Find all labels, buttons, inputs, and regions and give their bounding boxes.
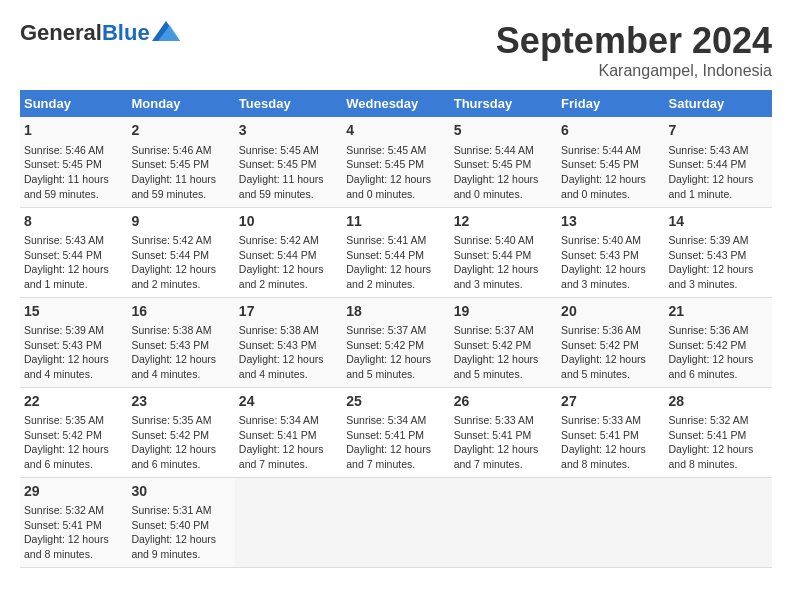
daylight-minutes-text: and 7 minutes. bbox=[346, 457, 445, 472]
daylight-hours-text: Daylight: 12 hours bbox=[131, 262, 230, 277]
day-header-sunday: Sunday bbox=[20, 90, 127, 117]
daylight-minutes-text: and 4 minutes. bbox=[131, 367, 230, 382]
sunset-text: Sunset: 5:41 PM bbox=[239, 428, 338, 443]
day-number: 29 bbox=[24, 482, 123, 502]
day-number: 18 bbox=[346, 302, 445, 322]
week-row-2: 8Sunrise: 5:43 AMSunset: 5:44 PMDaylight… bbox=[20, 207, 772, 297]
calendar-cell: 20Sunrise: 5:36 AMSunset: 5:42 PMDayligh… bbox=[557, 297, 664, 387]
calendar-cell: 18Sunrise: 5:37 AMSunset: 5:42 PMDayligh… bbox=[342, 297, 449, 387]
calendar-cell: 3Sunrise: 5:45 AMSunset: 5:45 PMDaylight… bbox=[235, 117, 342, 207]
daylight-hours-text: Daylight: 11 hours bbox=[239, 172, 338, 187]
daylight-hours-text: Daylight: 12 hours bbox=[346, 442, 445, 457]
sunrise-text: Sunrise: 5:43 AM bbox=[669, 143, 768, 158]
daylight-minutes-text: and 3 minutes. bbox=[561, 277, 660, 292]
calendar-cell: 12Sunrise: 5:40 AMSunset: 5:44 PMDayligh… bbox=[450, 207, 557, 297]
daylight-minutes-text: and 7 minutes. bbox=[239, 457, 338, 472]
calendar-cell bbox=[665, 477, 772, 567]
calendar-cell: 2Sunrise: 5:46 AMSunset: 5:45 PMDaylight… bbox=[127, 117, 234, 207]
daylight-minutes-text: and 6 minutes. bbox=[131, 457, 230, 472]
sunrise-text: Sunrise: 5:34 AM bbox=[346, 413, 445, 428]
daylight-minutes-text: and 4 minutes. bbox=[24, 367, 123, 382]
sunset-text: Sunset: 5:41 PM bbox=[24, 518, 123, 533]
day-number: 2 bbox=[131, 121, 230, 141]
calendar-cell: 17Sunrise: 5:38 AMSunset: 5:43 PMDayligh… bbox=[235, 297, 342, 387]
sunset-text: Sunset: 5:41 PM bbox=[346, 428, 445, 443]
sunrise-text: Sunrise: 5:36 AM bbox=[669, 323, 768, 338]
logo-icon bbox=[152, 21, 180, 41]
day-number: 21 bbox=[669, 302, 768, 322]
day-number: 15 bbox=[24, 302, 123, 322]
daylight-minutes-text: and 3 minutes. bbox=[669, 277, 768, 292]
calendar-cell: 23Sunrise: 5:35 AMSunset: 5:42 PMDayligh… bbox=[127, 387, 234, 477]
daylight-minutes-text: and 0 minutes. bbox=[561, 187, 660, 202]
day-number: 28 bbox=[669, 392, 768, 412]
day-number: 11 bbox=[346, 212, 445, 232]
sunset-text: Sunset: 5:44 PM bbox=[131, 248, 230, 263]
day-number: 8 bbox=[24, 212, 123, 232]
sunset-text: Sunset: 5:43 PM bbox=[131, 338, 230, 353]
page-header: GeneralBlue September 2024 Karangampel, … bbox=[20, 20, 772, 80]
daylight-minutes-text: and 2 minutes. bbox=[346, 277, 445, 292]
sunset-text: Sunset: 5:44 PM bbox=[346, 248, 445, 263]
calendar-cell: 11Sunrise: 5:41 AMSunset: 5:44 PMDayligh… bbox=[342, 207, 449, 297]
sunset-text: Sunset: 5:44 PM bbox=[454, 248, 553, 263]
daylight-minutes-text: and 1 minute. bbox=[669, 187, 768, 202]
title-area: September 2024 Karangampel, Indonesia bbox=[496, 20, 772, 80]
daylight-minutes-text: and 4 minutes. bbox=[239, 367, 338, 382]
daylight-hours-text: Daylight: 12 hours bbox=[24, 442, 123, 457]
sunrise-text: Sunrise: 5:36 AM bbox=[561, 323, 660, 338]
calendar-cell: 9Sunrise: 5:42 AMSunset: 5:44 PMDaylight… bbox=[127, 207, 234, 297]
daylight-minutes-text: and 2 minutes. bbox=[131, 277, 230, 292]
calendar-cell bbox=[342, 477, 449, 567]
daylight-hours-text: Daylight: 12 hours bbox=[239, 442, 338, 457]
daylight-minutes-text: and 0 minutes. bbox=[346, 187, 445, 202]
daylight-hours-text: Daylight: 12 hours bbox=[669, 172, 768, 187]
daylight-hours-text: Daylight: 12 hours bbox=[561, 352, 660, 367]
sunset-text: Sunset: 5:42 PM bbox=[669, 338, 768, 353]
daylight-hours-text: Daylight: 12 hours bbox=[239, 352, 338, 367]
sunrise-text: Sunrise: 5:46 AM bbox=[131, 143, 230, 158]
day-number: 12 bbox=[454, 212, 553, 232]
sunrise-text: Sunrise: 5:32 AM bbox=[24, 503, 123, 518]
sunset-text: Sunset: 5:42 PM bbox=[131, 428, 230, 443]
daylight-hours-text: Daylight: 12 hours bbox=[561, 172, 660, 187]
logo-blue: Blue bbox=[102, 20, 150, 46]
days-header-row: SundayMondayTuesdayWednesdayThursdayFrid… bbox=[20, 90, 772, 117]
calendar-cell: 19Sunrise: 5:37 AMSunset: 5:42 PMDayligh… bbox=[450, 297, 557, 387]
day-number: 20 bbox=[561, 302, 660, 322]
daylight-minutes-text: and 59 minutes. bbox=[239, 187, 338, 202]
daylight-hours-text: Daylight: 11 hours bbox=[24, 172, 123, 187]
day-number: 4 bbox=[346, 121, 445, 141]
calendar-cell: 15Sunrise: 5:39 AMSunset: 5:43 PMDayligh… bbox=[20, 297, 127, 387]
sunset-text: Sunset: 5:42 PM bbox=[454, 338, 553, 353]
sunrise-text: Sunrise: 5:39 AM bbox=[24, 323, 123, 338]
sunrise-text: Sunrise: 5:33 AM bbox=[454, 413, 553, 428]
sunset-text: Sunset: 5:44 PM bbox=[24, 248, 123, 263]
day-number: 7 bbox=[669, 121, 768, 141]
daylight-minutes-text: and 1 minute. bbox=[24, 277, 123, 292]
daylight-minutes-text: and 9 minutes. bbox=[131, 547, 230, 562]
day-header-thursday: Thursday bbox=[450, 90, 557, 117]
day-number: 6 bbox=[561, 121, 660, 141]
daylight-minutes-text: and 8 minutes. bbox=[561, 457, 660, 472]
daylight-minutes-text: and 6 minutes. bbox=[669, 367, 768, 382]
daylight-hours-text: Daylight: 12 hours bbox=[24, 532, 123, 547]
calendar-cell bbox=[450, 477, 557, 567]
sunrise-text: Sunrise: 5:45 AM bbox=[346, 143, 445, 158]
day-number: 14 bbox=[669, 212, 768, 232]
day-header-wednesday: Wednesday bbox=[342, 90, 449, 117]
sunrise-text: Sunrise: 5:32 AM bbox=[669, 413, 768, 428]
sunrise-text: Sunrise: 5:46 AM bbox=[24, 143, 123, 158]
daylight-hours-text: Daylight: 12 hours bbox=[669, 442, 768, 457]
sunset-text: Sunset: 5:44 PM bbox=[239, 248, 338, 263]
sunset-text: Sunset: 5:40 PM bbox=[131, 518, 230, 533]
calendar-cell: 22Sunrise: 5:35 AMSunset: 5:42 PMDayligh… bbox=[20, 387, 127, 477]
daylight-hours-text: Daylight: 12 hours bbox=[131, 532, 230, 547]
week-row-3: 15Sunrise: 5:39 AMSunset: 5:43 PMDayligh… bbox=[20, 297, 772, 387]
calendar-cell: 8Sunrise: 5:43 AMSunset: 5:44 PMDaylight… bbox=[20, 207, 127, 297]
calendar-cell: 13Sunrise: 5:40 AMSunset: 5:43 PMDayligh… bbox=[557, 207, 664, 297]
sunrise-text: Sunrise: 5:42 AM bbox=[239, 233, 338, 248]
sunrise-text: Sunrise: 5:44 AM bbox=[454, 143, 553, 158]
sunset-text: Sunset: 5:41 PM bbox=[669, 428, 768, 443]
sunset-text: Sunset: 5:42 PM bbox=[561, 338, 660, 353]
